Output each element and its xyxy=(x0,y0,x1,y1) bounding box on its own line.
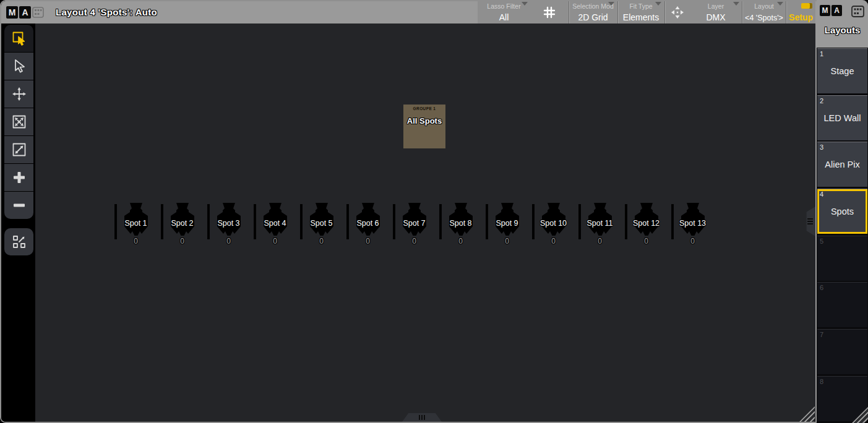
fixture-value: 0 xyxy=(530,237,577,246)
fixture-name: Spot 4 xyxy=(252,219,298,228)
layout-pool-item[interactable]: 3 Alien Pix xyxy=(817,142,867,187)
layout-pool-item[interactable]: 2 LED Wall xyxy=(817,95,867,140)
layer-dropdown[interactable]: Layer DMX xyxy=(690,1,742,24)
fixture[interactable]: Spot 8 0 xyxy=(437,202,484,249)
selection-mode-value: 2D Grid xyxy=(569,12,617,22)
arrange-tool-button[interactable] xyxy=(4,228,33,255)
fixture-value: 0 xyxy=(623,237,669,246)
fixture-name: Spot 3 xyxy=(205,219,252,228)
setup-button[interactable]: Setup xyxy=(786,1,815,24)
pool-item-number: 7 xyxy=(820,331,823,338)
fixture-name: Spot 12 xyxy=(623,219,669,228)
pool-item-number: 3 xyxy=(820,143,823,151)
bottom-panel-handle[interactable] xyxy=(402,413,442,422)
diagonal-arrow-box-icon xyxy=(11,142,27,158)
fixture[interactable]: Spot 11 0 xyxy=(577,202,623,249)
fixture[interactable]: Spot 10 0 xyxy=(530,202,577,249)
layout-pool-item[interactable]: 5 xyxy=(817,236,867,281)
ma-logo-a: A xyxy=(831,5,842,16)
fixture-name: Spot 7 xyxy=(391,219,437,228)
minus-icon xyxy=(11,197,27,213)
pan-mode-button[interactable] xyxy=(665,1,690,24)
fixture[interactable]: Spot 12 0 xyxy=(623,202,669,249)
lasso-grid-button[interactable] xyxy=(530,1,569,24)
pointer-cursor-icon xyxy=(11,58,27,74)
fixture[interactable]: Spot 7 0 xyxy=(391,202,437,249)
fixture[interactable]: Spot 4 0 xyxy=(252,202,298,249)
left-toolbar xyxy=(1,24,35,423)
group-box-all-spots[interactable]: GROUPE 1 All Spots xyxy=(403,105,445,148)
setup-button-label: Setup xyxy=(789,12,813,22)
fixture-value: 0 xyxy=(391,237,437,246)
layout-pool-item[interactable]: 1 Stage xyxy=(817,48,867,93)
fixture[interactable]: Spot 13 0 xyxy=(669,202,716,249)
ma-logo-a: A xyxy=(19,6,31,19)
move-tool-button[interactable] xyxy=(4,80,33,108)
pool-item-number: 8 xyxy=(820,378,823,385)
fixture[interactable]: Spot 5 0 xyxy=(298,202,345,249)
sidebar-title: Layouts xyxy=(817,25,868,35)
fit-type-dropdown[interactable]: Fit Type Elements xyxy=(618,1,664,24)
titlebar: M A Layout 4 'Spots': Auto Lasso Filter … xyxy=(1,1,815,24)
layout-dropdown[interactable]: Layout <4 'Spots'> xyxy=(742,1,786,24)
pool-item-label: LED Wall xyxy=(817,113,867,123)
zoom-in-button[interactable] xyxy=(4,164,33,191)
layout-pool-item[interactable]: 8 xyxy=(817,376,867,421)
ma-logo: M A xyxy=(6,6,31,19)
scale-tool-button[interactable] xyxy=(4,136,33,163)
window-options-icon[interactable] xyxy=(32,7,44,18)
fixture[interactable]: Spot 1 0 xyxy=(113,202,159,249)
select-box-tool-button[interactable] xyxy=(4,25,33,52)
ma-logo-m: M xyxy=(6,6,18,19)
fixture-name: Spot 11 xyxy=(577,219,623,228)
pool-item-number: 4 xyxy=(820,190,823,198)
fixture[interactable]: Spot 6 0 xyxy=(345,202,391,249)
window-title: Layout 4 'Spots': Auto xyxy=(56,1,157,24)
fixture-value: 0 xyxy=(437,237,484,246)
fixture-value: 0 xyxy=(577,237,623,246)
fixture-value: 0 xyxy=(205,237,252,246)
layout-pool-item[interactable]: 7 xyxy=(817,329,867,374)
chevron-down-icon xyxy=(608,2,614,6)
layouts-pool: 1 Stage 2 LED Wall 3 Alien Pix 4 Spots 5… xyxy=(817,48,867,423)
group-box-header: GROUPE 1 xyxy=(403,105,445,111)
pointer-tool-button[interactable] xyxy=(4,53,33,80)
pool-item-label: Alien Pix xyxy=(817,160,867,169)
selection-mode-dropdown[interactable]: Selection Mod 2D Grid xyxy=(569,1,617,24)
chevron-down-icon xyxy=(733,2,739,6)
lasso-filter-dropdown[interactable]: Lasso Filter All xyxy=(478,1,530,24)
fixture[interactable]: Spot 9 0 xyxy=(484,202,530,249)
window-resize-grip[interactable] xyxy=(799,406,815,422)
layout-pool-item[interactable]: 4 Spots xyxy=(817,189,867,234)
setup-indicator-led xyxy=(801,3,812,9)
fixture-value: 0 xyxy=(113,237,159,246)
sidebar-header: M A Layouts xyxy=(817,0,868,48)
pool-options-icon[interactable] xyxy=(851,6,864,17)
pool-item-number: 2 xyxy=(820,97,823,105)
fixture[interactable]: Spot 2 0 xyxy=(159,202,205,249)
chevron-down-icon xyxy=(777,2,783,6)
right-panel-handle[interactable] xyxy=(805,207,815,236)
zoom-out-button[interactable] xyxy=(4,192,33,219)
plus-icon xyxy=(11,169,27,186)
fixture-name: Spot 8 xyxy=(437,219,484,228)
fixture-name: Spot 10 xyxy=(530,219,577,228)
layout-value: <4 'Spots'> xyxy=(742,14,786,22)
pool-item-number: 1 xyxy=(820,50,823,58)
layout-pool-item[interactable]: 6 xyxy=(817,282,867,327)
fixture-value: 0 xyxy=(669,237,716,246)
fixture-value: 0 xyxy=(159,237,205,246)
layouts-sidebar: M A Layouts 1 Stage 2 LED Wall 3 Alien P… xyxy=(817,0,868,423)
fixture-value: 0 xyxy=(345,237,391,246)
fixture-name: Spot 2 xyxy=(159,219,205,228)
ma-logo-m: M xyxy=(820,5,830,16)
fixture-name: Spot 5 xyxy=(298,219,345,228)
pool-item-number: 5 xyxy=(820,237,823,245)
layout-canvas[interactable]: GROUPE 1 All Spots Spot 1 0 Spot 2 xyxy=(35,24,815,423)
fit-view-tool-button[interactable] xyxy=(4,108,33,135)
chevron-down-icon xyxy=(522,2,528,6)
chevron-down-icon xyxy=(655,2,661,6)
fit-type-value: Elements xyxy=(618,12,664,22)
fixture-value: 0 xyxy=(484,237,530,246)
fixture[interactable]: Spot 3 0 xyxy=(205,202,252,249)
